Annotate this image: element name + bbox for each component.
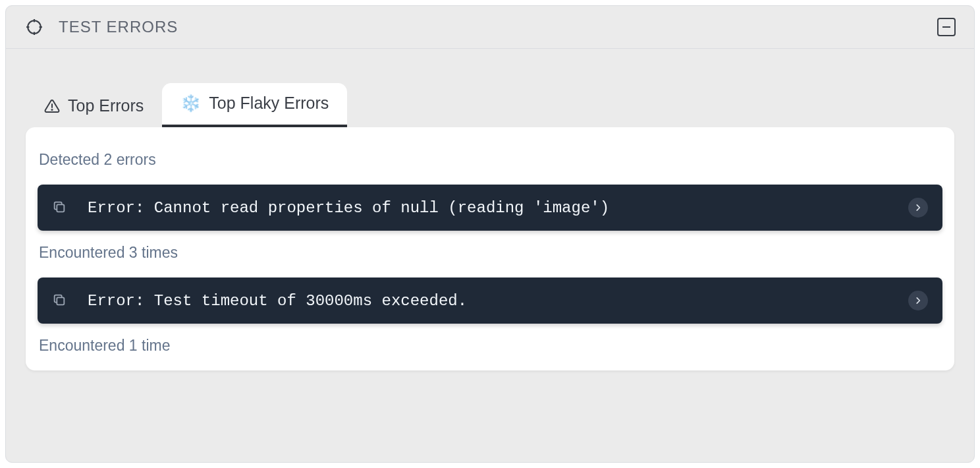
summary-text: Detected 2 errors	[26, 144, 954, 185]
svg-rect-7	[57, 204, 64, 212]
panel-header-left: TEST ERRORS	[26, 18, 178, 36]
chevron-right-icon	[913, 203, 923, 212]
error-count: Encountered 1 time	[26, 324, 954, 355]
panel-title: TEST ERRORS	[59, 18, 178, 36]
chevron-right-icon	[913, 296, 923, 305]
expand-button[interactable]	[908, 198, 928, 218]
error-count: Encountered 3 times	[26, 231, 954, 278]
collapse-button[interactable]	[937, 18, 956, 36]
svg-rect-8	[57, 297, 64, 305]
test-errors-panel: TEST ERRORS Top Errors ❄️ Top Flaky Erro…	[5, 5, 975, 463]
tab-top-errors[interactable]: Top Errors	[26, 86, 162, 127]
copy-icon[interactable]	[52, 293, 68, 308]
error-row[interactable]: Error: Cannot read properties of null (r…	[38, 185, 942, 231]
svg-point-6	[51, 109, 52, 109]
tab-label: Top Flaky Errors	[209, 94, 329, 113]
tab-top-flaky-errors[interactable]: ❄️ Top Flaky Errors	[162, 83, 347, 127]
snowflake-icon: ❄️	[180, 95, 201, 111]
panel-header: TEST ERRORS	[6, 6, 974, 49]
error-row-left: Error: Cannot read properties of null (r…	[52, 199, 609, 217]
errors-content: Detected 2 errors Error: Cannot read pro…	[26, 127, 954, 370]
error-message: Error: Cannot read properties of null (r…	[88, 199, 609, 217]
expand-button[interactable]	[908, 291, 928, 310]
target-icon	[26, 18, 43, 36]
tabs: Top Errors ❄️ Top Flaky Errors	[26, 83, 954, 127]
error-row-left: Error: Test timeout of 30000ms exceeded.	[52, 292, 467, 310]
svg-point-0	[28, 20, 41, 34]
tab-label: Top Errors	[68, 96, 144, 115]
warning-triangle-icon	[44, 98, 60, 114]
panel-body: Top Errors ❄️ Top Flaky Errors Detected …	[6, 49, 974, 390]
minus-icon	[942, 26, 950, 28]
copy-icon[interactable]	[52, 200, 68, 216]
error-row[interactable]: Error: Test timeout of 30000ms exceeded.	[38, 278, 942, 324]
error-message: Error: Test timeout of 30000ms exceeded.	[88, 292, 467, 310]
